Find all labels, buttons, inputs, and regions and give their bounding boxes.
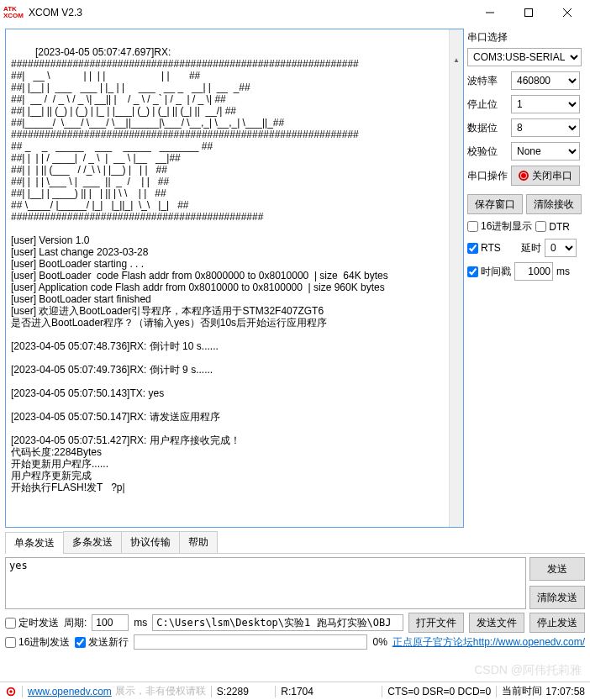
parity-label: 校验位 bbox=[467, 145, 508, 159]
timestamp-input[interactable] bbox=[514, 262, 553, 281]
app-logo: ATK XCOM bbox=[3, 5, 24, 20]
port-group-label: 串口选择 bbox=[467, 30, 583, 45]
parity-select[interactable]: None bbox=[511, 142, 580, 161]
statusbar: www.openedv.com 展示，非有侵权请联 S:2289 R:1704 … bbox=[0, 682, 590, 700]
ms-label: ms bbox=[556, 266, 570, 277]
period-ms-label: ms bbox=[134, 617, 147, 629]
svg-point-5 bbox=[9, 690, 13, 693]
terminal-text: [2023-04-05 05:07:47.697]RX: ###########… bbox=[11, 46, 388, 493]
time-value: 17:07:58 bbox=[545, 686, 585, 697]
terminal-scrollbar[interactable]: ▲ bbox=[449, 29, 463, 527]
cts-status: CTS=0 DSR=0 DCD=0 bbox=[387, 686, 491, 697]
s-count: S:2289 bbox=[217, 686, 249, 697]
baud-label: 波特率 bbox=[467, 74, 508, 88]
dtr-checkbox[interactable]: DTR bbox=[535, 221, 570, 233]
op-label: 串口操作 bbox=[467, 169, 508, 183]
stop-send-button[interactable]: 停止发送 bbox=[529, 613, 585, 633]
hex-send-checkbox[interactable]: 16进制发送 bbox=[5, 635, 70, 650]
save-window-button[interactable]: 保存窗口 bbox=[467, 194, 523, 214]
port-select[interactable]: COM3:USB-SERIAL bbox=[467, 48, 582, 66]
baud-select[interactable]: 460800 bbox=[511, 71, 580, 90]
watermark: CSDN @阿伟托莉雅 bbox=[474, 663, 582, 678]
close-port-label: 关闭串口 bbox=[532, 169, 572, 183]
scroll-up-icon[interactable]: ▲ bbox=[450, 53, 463, 67]
clear-recv-button[interactable]: 清除接收 bbox=[526, 194, 582, 214]
close-port-button[interactable]: 关闭串口 bbox=[511, 166, 580, 186]
demo-text: 展示，非有侵权请联 bbox=[115, 684, 206, 698]
data-label: 数据位 bbox=[467, 121, 508, 135]
delay-label: 延时 bbox=[504, 241, 541, 255]
file-path-input[interactable] bbox=[152, 614, 403, 631]
window-title: XCOM V2.3 bbox=[24, 7, 471, 18]
timed-send-checkbox[interactable]: 定时发送 bbox=[5, 616, 59, 630]
close-button[interactable] bbox=[548, 0, 587, 25]
status-url[interactable]: www.openedv.com bbox=[28, 686, 112, 697]
svg-rect-1 bbox=[525, 9, 533, 17]
tab-protocol[interactable]: 协议传输 bbox=[121, 531, 180, 553]
period-input[interactable] bbox=[92, 614, 129, 631]
forum-link[interactable]: 正点原子官方论坛http://www.openedv.com/ bbox=[392, 635, 585, 650]
stop-label: 停止位 bbox=[467, 97, 508, 112]
record-icon bbox=[519, 171, 529, 181]
rts-checkbox[interactable]: RTS bbox=[467, 242, 501, 254]
titlebar: ATK XCOM XCOM V2.3 bbox=[0, 0, 590, 25]
time-label: 当前时间 bbox=[502, 684, 542, 698]
minimize-button[interactable] bbox=[471, 0, 509, 25]
timestamp-checkbox[interactable]: 时间戳 bbox=[467, 265, 511, 279]
clear-send-button[interactable]: 清除发送 bbox=[529, 586, 585, 609]
send-tabs: 单条发送 多条发送 协议传输 帮助 bbox=[5, 531, 585, 554]
hex-display-checkbox[interactable]: 16进制显示 bbox=[467, 219, 532, 234]
send-newline-checkbox[interactable]: 发送新行 bbox=[75, 635, 129, 650]
maximize-button[interactable] bbox=[509, 0, 548, 25]
period-label: 周期: bbox=[64, 616, 87, 630]
progress-pct: 0% bbox=[372, 636, 387, 648]
stop-select[interactable]: 1 bbox=[511, 95, 580, 113]
data-select[interactable]: 8 bbox=[511, 118, 580, 137]
send-textarea[interactable]: yes bbox=[5, 557, 526, 609]
send-button[interactable]: 发送 bbox=[529, 557, 585, 581]
open-file-button[interactable]: 打开文件 bbox=[408, 613, 464, 633]
r-count: R:1704 bbox=[281, 686, 313, 697]
gear-icon bbox=[5, 686, 17, 697]
send-file-button[interactable]: 发送文件 bbox=[469, 613, 524, 633]
tab-help[interactable]: 帮助 bbox=[179, 531, 218, 553]
tab-multi[interactable]: 多条发送 bbox=[63, 531, 122, 553]
delay-select[interactable]: 0 bbox=[545, 239, 577, 257]
tab-single[interactable]: 单条发送 bbox=[5, 532, 64, 554]
progress-bar bbox=[134, 634, 367, 650]
sidebar: 串口选择 COM3:USB-SERIAL 波特率 460800 停止位 1 数据… bbox=[466, 25, 590, 531]
terminal-output[interactable]: [2023-04-05 05:07:47.697]RX: ###########… bbox=[5, 29, 464, 528]
